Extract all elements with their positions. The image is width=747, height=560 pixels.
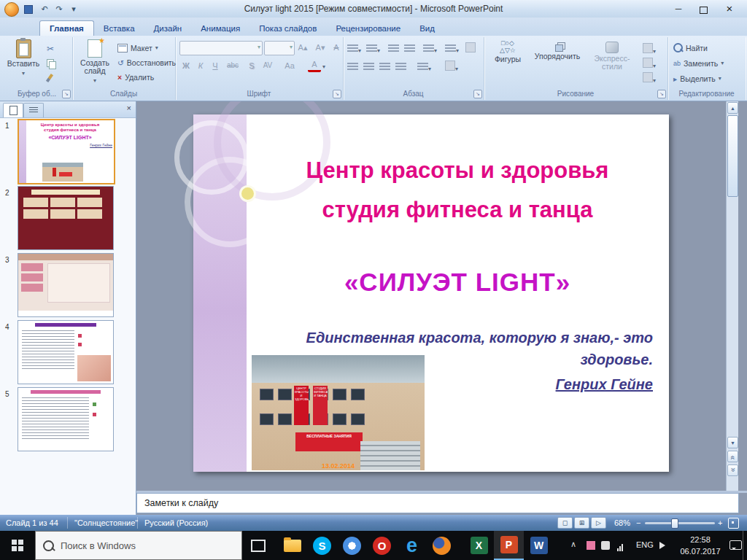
word-button[interactable]: W (524, 531, 554, 560)
underline-button[interactable]: Ч (209, 59, 222, 72)
cut-button[interactable]: ✂ (47, 42, 54, 55)
format-painter-button[interactable] (48, 71, 51, 85)
bold-button[interactable]: Ж (179, 59, 193, 72)
zoom-level[interactable]: 68% (614, 515, 630, 531)
file-explorer-button[interactable] (277, 531, 307, 560)
slide-title-line1[interactable]: Центр красоты и здоровья (252, 157, 663, 184)
action-center-icon[interactable] (729, 540, 742, 550)
notes-pane[interactable]: Заметки к слайду (136, 493, 739, 513)
numbering-button[interactable]: ▾ (366, 42, 380, 55)
shape-outline-button[interactable]: ▾ (643, 58, 656, 71)
justify-button[interactable] (395, 61, 406, 74)
copy-button[interactable] (47, 56, 55, 70)
tab-view[interactable]: Вид (410, 21, 444, 36)
tab-outline[interactable] (23, 103, 44, 117)
font-color-button[interactable]: А (308, 59, 321, 72)
quick-styles-button[interactable]: Экспресс-стили (586, 39, 638, 71)
italic-button[interactable]: К (194, 59, 207, 72)
scroll-up-button[interactable]: ▲ (727, 102, 738, 114)
tab-design[interactable]: Дизайн (144, 21, 192, 36)
edge-button[interactable]: e (397, 531, 427, 560)
skype-button[interactable]: S (307, 531, 337, 560)
font-color-caret[interactable]: ▾ (322, 63, 325, 70)
text-shadow-button[interactable]: S (245, 59, 258, 72)
taskbar-clock[interactable]: 22:58 06.07.2017 (677, 534, 724, 557)
opera-button[interactable]: O (367, 531, 397, 560)
slide-thumbnail-3[interactable] (18, 253, 114, 317)
scrollbar-thumb[interactable] (727, 115, 738, 197)
start-button[interactable] (0, 531, 35, 560)
show-desktop-button[interactable] (743, 531, 747, 560)
reset-slide-button[interactable]: ↺ Восстановить (117, 55, 176, 69)
tab-slideshow[interactable]: Показ слайдов (249, 21, 326, 36)
chrome-button[interactable] (337, 531, 367, 560)
slide-canvas[interactable]: Центр красоты и здоровья студия фитнеса … (193, 114, 669, 472)
slide-brand-text[interactable]: «СИЛУЭТ LIGHT» (252, 268, 663, 297)
increase-indent-button[interactable] (404, 42, 415, 55)
shape-fill-button[interactable]: ▾ (643, 43, 656, 56)
building-photo[interactable]: ЦЕНТР КРАСОТЫ И ЗДОРОВЬЯ СТУДИЯ ФИТНЕСА … (252, 355, 425, 470)
align-right-button[interactable] (379, 61, 390, 74)
delete-slide-button[interactable]: × Удалить (117, 70, 154, 84)
tab-home[interactable]: Главная (39, 20, 94, 36)
text-direction-button[interactable]: ▾ (445, 42, 459, 55)
close-panel-button[interactable]: × (127, 104, 131, 112)
network-icon[interactable] (617, 544, 623, 551)
taskbar-search[interactable]: Поиск в Windows (35, 531, 242, 560)
tab-insert[interactable]: Вставка (94, 21, 144, 36)
font-name-combo[interactable] (179, 41, 263, 55)
character-spacing-button[interactable]: AV (261, 59, 274, 72)
replace-button[interactable]: ab Заменить ▾ (673, 56, 724, 70)
slide-thumbnail-2[interactable] (18, 186, 114, 250)
shrink-font-button[interactable]: А▾ (314, 41, 327, 54)
previous-slide-button[interactable]: « (727, 451, 738, 462)
zoom-in-button[interactable]: + (718, 515, 722, 531)
change-case-button[interactable]: Аа (283, 59, 296, 72)
slide-thumbnail-4[interactable] (18, 320, 114, 384)
align-left-button[interactable] (347, 61, 358, 74)
find-button[interactable]: Найти (673, 41, 708, 55)
scroll-down-button[interactable]: ▼ (727, 437, 738, 448)
next-slide-button[interactable]: « (727, 464, 738, 476)
keyboard-language[interactable]: ENG (636, 540, 654, 549)
columns-button[interactable]: ▾ (417, 61, 431, 74)
align-text-button[interactable] (465, 42, 476, 55)
firefox-button[interactable] (427, 531, 457, 560)
arrange-button[interactable]: Упорядочить (532, 39, 583, 61)
close-button[interactable]: × (718, 1, 741, 17)
tab-review[interactable]: Рецензирование (326, 21, 410, 36)
align-center-button[interactable] (363, 61, 374, 74)
fit-to-window-button[interactable] (728, 518, 739, 529)
task-view-button[interactable] (242, 531, 274, 560)
font-dialog-launcher[interactable]: ↘ (333, 90, 341, 98)
speaker-icon[interactable] (659, 542, 665, 549)
line-spacing-button[interactable]: ▾ (423, 42, 437, 55)
shapes-button[interactable]: □○◇ △▽☆ Фигуры (487, 39, 529, 63)
decrease-indent-button[interactable] (388, 42, 399, 55)
smartart-convert-button[interactable]: ▾ (445, 61, 458, 74)
tray-pink-app-icon[interactable] (587, 541, 595, 550)
minimize-button[interactable]: ─ (667, 1, 690, 17)
restore-button[interactable] (692, 1, 715, 17)
tab-animation[interactable]: Анимация (191, 21, 249, 36)
zoom-slider-thumb[interactable] (671, 518, 678, 529)
tray-app-icon[interactable] (601, 541, 610, 550)
excel-button[interactable]: X (464, 531, 494, 560)
normal-view-button[interactable]: ◻ (557, 517, 573, 529)
slide-title-line2[interactable]: студия фитнеса и танца (252, 196, 663, 224)
select-button[interactable]: ▸ Выделить ▾ (673, 71, 721, 85)
slideshow-view-button[interactable]: ▷ (591, 517, 606, 529)
tray-expand-chevron[interactable]: ∧ (570, 540, 576, 549)
zoom-out-button[interactable]: − (636, 515, 640, 531)
zoom-slider-track[interactable] (645, 522, 715, 524)
bullets-button[interactable]: ▾ (347, 42, 361, 55)
slide-thumbnail-5[interactable] (18, 387, 114, 451)
paragraph-dialog-launcher[interactable]: ↘ (473, 90, 482, 98)
grow-font-button[interactable]: А▴ (296, 41, 309, 54)
language-indicator[interactable]: Русский (Россия) (144, 515, 208, 531)
clipboard-dialog-launcher[interactable]: ↘ (62, 90, 71, 98)
vertical-scrollbar[interactable]: ▲ ▼ « « (726, 101, 738, 491)
new-slide-button[interactable]: ★ Создать слайд ▾ (75, 39, 115, 85)
drawing-dialog-launcher[interactable]: ↘ (657, 90, 666, 98)
font-size-combo[interactable] (264, 41, 295, 55)
